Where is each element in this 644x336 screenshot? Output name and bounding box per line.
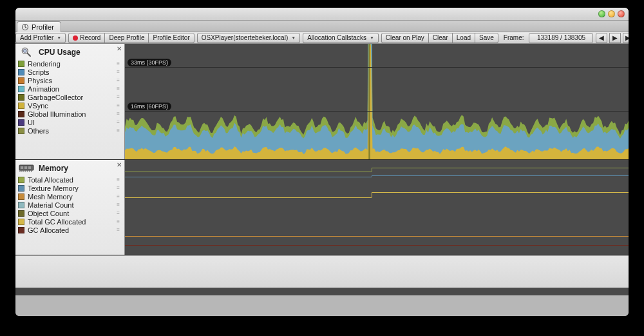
drag-handle-icon[interactable]: ≡ [117,210,120,216]
chevron-left-icon: ◀ [599,34,604,41]
fps-threshold-label: 16ms (60FPS) [128,103,171,110]
close-panel-button[interactable]: ✕ [117,45,122,52]
drag-handle-icon[interactable]: ≡ [117,128,120,133]
next-frame-button[interactable]: ▶ [609,33,621,43]
load-button[interactable]: Load [452,33,475,43]
allocation-callstacks-dropdown[interactable]: Allocation Callstacks ▼ [303,33,379,43]
details-panel [15,255,629,288]
deep-profile-label: Deep Profile [109,34,144,41]
tab-label: Profiler [32,23,54,31]
legend-item[interactable]: Object Count≡ [18,209,123,217]
chevron-down-icon: ▼ [291,35,296,40]
legend-swatch [18,128,24,134]
legend-swatch [18,177,24,183]
frame-label: Frame: [501,34,527,41]
close-panel-button[interactable]: ✕ [117,161,122,168]
save-label: Save [479,34,494,41]
legend-label: Scripts [28,68,50,76]
memory-legend-title: Memory [39,164,68,173]
legend-label: Object Count [28,210,69,217]
memory-series-line [125,197,372,198]
close-window-button[interactable] [618,10,625,17]
memory-series-line [125,236,629,237]
record-button[interactable]: Record [68,33,105,43]
clear-on-play-button[interactable]: Clear on Play [381,33,429,43]
legend-item[interactable]: VSync≡ [18,101,123,110]
legend-label: GarbageCollector [28,94,83,101]
legend-item[interactable]: Total Allocated≡ [18,175,123,184]
prev-frame-button[interactable]: ◀ [596,33,607,43]
legend-label: UI [28,119,35,126]
clear-on-play-label: Clear on Play [386,34,424,41]
add-profiler-label: Add Profiler [20,34,53,41]
cpu-magnifier-icon [18,46,35,58]
legend-swatch [18,210,24,217]
legend-item[interactable]: Rendering≡ [18,59,123,68]
target-dropdown[interactable]: OSXPlayer(stoertebeker.local) ▼ [197,33,300,43]
memory-graph[interactable] [125,160,629,255]
drag-handle-icon[interactable]: ≡ [117,103,120,108]
cpu-usage-row: ✕ CPU Usage Rendering≡Scripts≡Physics≡An… [15,44,629,160]
cpu-usage-graph[interactable]: 33ms (30FPS)16ms (60FPS) [125,44,629,159]
cpu-legend-header: CPU Usage [15,44,124,59]
legend-item[interactable]: Global Illumination≡ [18,110,123,118]
memory-series-line [125,172,372,172]
record-icon [73,35,78,41]
zoom-button[interactable] [608,10,615,17]
minimize-button[interactable] [598,10,605,17]
clear-button[interactable]: Clear [428,33,453,43]
drag-handle-icon[interactable]: ≡ [117,177,120,183]
drag-handle-icon[interactable]: ≡ [117,61,120,66]
drag-handle-icon[interactable]: ≡ [117,86,120,92]
svg-rect-6 [24,166,27,169]
svg-point-2 [23,49,26,52]
drag-handle-icon[interactable]: ≡ [117,111,120,117]
legend-label: Total Allocated [28,176,73,184]
drag-handle-icon[interactable]: ≡ [117,193,120,199]
drag-handle-icon[interactable]: ≡ [117,119,120,125]
legend-item[interactable]: Animation≡ [18,84,123,93]
window-titlebar [15,8,629,21]
drag-handle-icon[interactable]: ≡ [117,227,120,233]
deep-profile-button[interactable]: Deep Profile [104,33,149,43]
drag-handle-icon[interactable]: ≡ [117,202,120,208]
drag-handle-icon[interactable]: ≡ [117,219,120,224]
legend-item[interactable]: Texture Memory≡ [18,184,123,192]
legend-item[interactable]: Total GC Allocated≡ [18,217,123,226]
legend-label: VSync [28,102,48,110]
legend-item[interactable]: UI≡ [18,118,123,126]
legend-swatch [18,94,24,101]
current-frame-button[interactable]: ▶| [623,33,629,43]
legend-item[interactable]: GarbageCollector≡ [18,93,123,101]
legend-label: Others [28,127,49,135]
memory-series-line [372,175,629,176]
legend-item[interactable]: Mesh Memory≡ [18,192,123,201]
tab-profiler[interactable]: Profiler [17,21,61,32]
legend-item[interactable]: Physics≡ [18,76,123,84]
drag-handle-icon[interactable]: ≡ [117,77,120,83]
memory-series-line [125,177,372,177]
save-button[interactable]: Save [475,33,498,43]
profiler-tab-icon [21,23,29,31]
legend-swatch [18,103,24,109]
drag-handle-icon[interactable]: ≡ [117,94,120,100]
drag-handle-icon[interactable]: ≡ [117,185,120,191]
legend-item[interactable]: Material Count≡ [18,201,123,209]
legend-swatch [18,219,24,225]
memory-series-line [372,168,629,168]
legend-item[interactable]: GC Allocated≡ [18,226,123,234]
profile-editor-label: Profile Editor [153,34,189,41]
drag-handle-icon[interactable]: ≡ [117,69,120,75]
memory-legend-panel: ✕ Memory Total Allocated≡Texture Memory≡… [15,160,125,255]
cpu-graph-svg [125,44,629,159]
legend-item[interactable]: Scripts≡ [18,68,123,76]
frame-value[interactable]: 133189 / 138305 [529,33,593,43]
legend-swatch [18,227,24,233]
legend-item[interactable]: Others≡ [18,126,123,135]
legend-swatch [18,86,24,92]
cpu-legend-items: Rendering≡Scripts≡Physics≡Animation≡Garb… [15,59,124,137]
add-profiler-dropdown[interactable]: Add Profiler ▼ [15,33,66,43]
svg-rect-3 [368,44,370,159]
profile-editor-button[interactable]: Profile Editor [148,33,194,43]
tab-bar: Profiler [15,21,629,32]
